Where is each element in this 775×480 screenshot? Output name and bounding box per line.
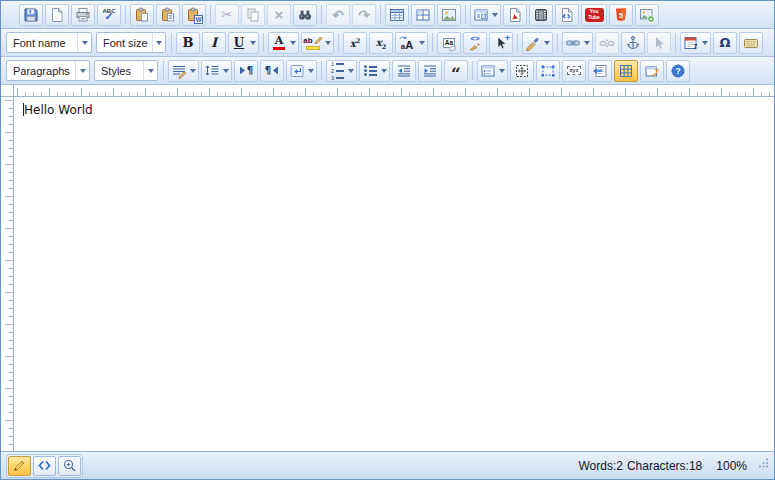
- highlight-icon: ab: [304, 35, 322, 51]
- help-button[interactable]: ?: [666, 60, 690, 82]
- decrease-indent-button[interactable]: [392, 60, 416, 82]
- dropdown-arrow-icon[interactable]: [308, 69, 314, 73]
- remove-link-button[interactable]: [595, 32, 619, 54]
- font-color-button[interactable]: A: [268, 32, 299, 54]
- bold-button[interactable]: B: [176, 32, 200, 54]
- dropdown-arrow-icon[interactable]: [190, 69, 196, 73]
- code-snippet-icon: [559, 7, 575, 23]
- dropdown-arrow-icon[interactable]: [290, 41, 296, 45]
- combobox-arrow-icon[interactable]: [77, 33, 91, 52]
- combobox-arrow-icon[interactable]: [152, 33, 165, 52]
- dropdown-arrow-icon[interactable]: [381, 69, 387, 73]
- insert-table-button[interactable]: [385, 4, 409, 26]
- image-manager-button[interactable]: [635, 4, 659, 26]
- line-spacing-button[interactable]: [201, 60, 232, 82]
- select-element-button[interactable]: +: [489, 32, 513, 54]
- insert-html5-media-button[interactable]: 5: [609, 4, 633, 26]
- paste-plain-text-button[interactable]: [156, 4, 180, 26]
- insert-layout-button[interactable]: [470, 4, 501, 26]
- highlight-color-button[interactable]: ab: [301, 32, 334, 54]
- increase-indent-button[interactable]: [418, 60, 442, 82]
- blockquote-button[interactable]: “: [444, 60, 468, 82]
- insert-form-element-button[interactable]: [477, 60, 508, 82]
- remove-formatting-button[interactable]: Aa: [437, 32, 461, 54]
- properties-button[interactable]: [640, 60, 664, 82]
- keyboard-button[interactable]: [739, 32, 763, 54]
- format-painter-button[interactable]: [522, 32, 553, 54]
- superscript-button[interactable]: x2: [343, 32, 367, 54]
- font-size-combobox[interactable]: Font size: [96, 32, 166, 53]
- dropdown-arrow-icon[interactable]: [250, 41, 256, 45]
- clean-html-button[interactable]: <>: [463, 32, 487, 54]
- special-character-button[interactable]: Ω: [713, 32, 737, 54]
- spell-check-button[interactable]: ABC✓: [97, 4, 121, 26]
- dropdown-arrow-icon[interactable]: [348, 69, 354, 73]
- absolute-container-button[interactable]: [510, 60, 534, 82]
- unlink-icon: [599, 35, 615, 51]
- insert-code-snippet-button[interactable]: [555, 4, 579, 26]
- export-pdf-button[interactable]: [503, 4, 527, 26]
- save-button[interactable]: [19, 4, 43, 26]
- pointer-button[interactable]: [647, 32, 671, 54]
- dropdown-arrow-icon[interactable]: [499, 69, 505, 73]
- italic-button[interactable]: I: [202, 32, 226, 54]
- font-name-combobox[interactable]: Font name: [6, 32, 92, 53]
- delete-button[interactable]: ×: [267, 4, 291, 26]
- italic-icon: I: [206, 35, 222, 51]
- ruler-corner: [1, 85, 14, 97]
- table-properties-button[interactable]: [411, 4, 435, 26]
- insert-image-button[interactable]: [437, 4, 461, 26]
- change-case-button[interactable]: aA: [395, 32, 428, 54]
- insert-link-button[interactable]: [562, 32, 593, 54]
- inline-template-button[interactable]: [588, 60, 612, 82]
- omega-icon: Ω: [717, 35, 733, 51]
- rtl-icon: ¶: [264, 63, 280, 79]
- dropdown-arrow-icon[interactable]: [419, 41, 425, 45]
- insert-anchor-button[interactable]: [621, 32, 645, 54]
- redo-button[interactable]: ↷: [352, 4, 376, 26]
- paste-button[interactable]: [130, 4, 154, 26]
- source-mode-button[interactable]: [33, 456, 56, 476]
- dropdown-arrow-icon[interactable]: [492, 13, 498, 17]
- list-number: 3: [330, 75, 334, 81]
- table-gridlines-button[interactable]: [614, 60, 638, 82]
- styles-combobox[interactable]: Styles: [94, 60, 158, 81]
- find-button[interactable]: [293, 4, 317, 26]
- left-to-right-button[interactable]: ¶: [234, 60, 258, 82]
- cut-button[interactable]: ✂: [215, 4, 239, 26]
- copy-button[interactable]: [241, 4, 265, 26]
- bullet-list-button[interactable]: [359, 60, 390, 82]
- resize-grip[interactable]: [757, 457, 769, 472]
- combobox-arrow-icon[interactable]: [75, 61, 89, 80]
- dropdown-arrow-icon[interactable]: [702, 41, 708, 45]
- paragraphs-combobox[interactable]: Paragraphs: [6, 60, 90, 81]
- alignment-button[interactable]: [168, 60, 199, 82]
- dropdown-arrow-icon[interactable]: [223, 69, 229, 73]
- edit-module-button[interactable]: [536, 60, 560, 82]
- design-mode-button[interactable]: [8, 456, 31, 476]
- undo-icon: ↶: [330, 7, 346, 23]
- zoom-tool-button[interactable]: [58, 456, 81, 476]
- right-to-left-button[interactable]: ¶: [260, 60, 284, 82]
- underline-button[interactable]: U: [228, 32, 259, 54]
- undo-button[interactable]: ↶: [326, 4, 350, 26]
- dropdown-arrow-icon[interactable]: [584, 41, 590, 45]
- subscript-button[interactable]: x2: [369, 32, 393, 54]
- insert-media-button[interactable]: [529, 4, 553, 26]
- insert-date-time-button[interactable]: 7: [680, 32, 711, 54]
- custom-tag-button[interactable]: xyz: [562, 60, 586, 82]
- case-upper-letter: A: [405, 39, 413, 51]
- line-spacing-icon: [204, 63, 220, 79]
- dropdown-arrow-icon[interactable]: [544, 41, 550, 45]
- line-break-button[interactable]: [286, 60, 317, 82]
- numbered-list-button[interactable]: 123: [326, 60, 357, 82]
- paste-from-word-button[interactable]: W: [182, 4, 206, 26]
- print-button[interactable]: [71, 4, 95, 26]
- plus-badge: +: [505, 34, 510, 43]
- insert-youtube-button[interactable]: YouTube: [581, 4, 607, 26]
- document-canvas[interactable]: Hello World: [14, 97, 774, 451]
- new-document-button[interactable]: [45, 4, 69, 26]
- combobox-arrow-icon[interactable]: [143, 61, 157, 80]
- dropdown-arrow-icon[interactable]: [325, 41, 331, 45]
- image-add-icon: [639, 7, 655, 23]
